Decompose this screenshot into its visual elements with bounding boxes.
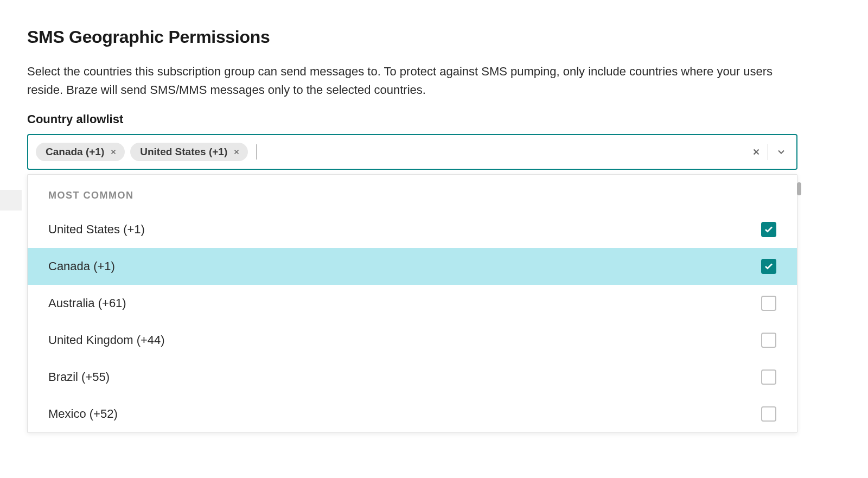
permissions-panel: SMS Geographic Permissions Select the co… (0, 0, 868, 170)
close-icon (233, 148, 240, 156)
option-label: Mexico (+52) (48, 407, 118, 421)
scrollbar-thumb[interactable] (797, 182, 801, 195)
country-allowlist-select: Canada (+1) United States (+1) (27, 134, 797, 170)
option-checkbox[interactable] (761, 222, 776, 237)
close-icon (110, 148, 117, 156)
option-label: United Kingdom (+44) (48, 333, 165, 347)
description-text: Select the countries this subscription g… (27, 62, 803, 99)
selected-chip: United States (+1) (130, 143, 248, 161)
country-option[interactable]: Canada (+1) (28, 248, 797, 285)
section-header: MOST COMMON (28, 175, 797, 211)
country-option[interactable]: United Kingdom (+44) (28, 322, 797, 359)
chip-remove-button[interactable] (233, 148, 240, 156)
option-checkbox[interactable] (761, 369, 776, 385)
chip-label: United States (+1) (140, 146, 227, 158)
options-list: United States (+1)Canada (+1)Australia (… (28, 211, 797, 432)
country-option[interactable]: Australia (+61) (28, 285, 797, 322)
option-label: United States (+1) (48, 222, 145, 237)
check-icon (764, 262, 774, 271)
country-option[interactable]: Mexico (+52) (28, 396, 797, 432)
chevron-down-icon (776, 146, 787, 157)
option-label: Canada (+1) (48, 259, 115, 273)
selected-chips-area: Canada (+1) United States (+1) (36, 143, 745, 161)
multiselect-input[interactable]: Canada (+1) United States (+1) (27, 134, 797, 170)
chip-label: Canada (+1) (46, 146, 104, 158)
option-checkbox[interactable] (761, 296, 776, 311)
clear-all-button[interactable] (745, 147, 768, 157)
option-checkbox[interactable] (761, 333, 776, 348)
chip-remove-button[interactable] (110, 148, 117, 156)
text-cursor (257, 144, 257, 160)
option-label: Brazil (+55) (48, 370, 110, 384)
country-option[interactable]: Brazil (+55) (28, 359, 797, 396)
background-strip (0, 190, 22, 211)
option-checkbox[interactable] (761, 259, 776, 274)
selected-chip: Canada (+1) (36, 143, 125, 161)
check-icon (764, 225, 774, 234)
country-option[interactable]: United States (+1) (28, 211, 797, 248)
option-label: Australia (+61) (48, 296, 126, 310)
dropdown-toggle-button[interactable] (768, 146, 794, 157)
field-label: Country allowlist (27, 112, 868, 126)
page-title: SMS Geographic Permissions (27, 27, 868, 47)
dropdown-panel: MOST COMMON United States (+1)Canada (+1… (27, 174, 797, 433)
close-icon (751, 147, 761, 157)
select-controls (745, 139, 794, 164)
option-checkbox[interactable] (761, 406, 776, 422)
